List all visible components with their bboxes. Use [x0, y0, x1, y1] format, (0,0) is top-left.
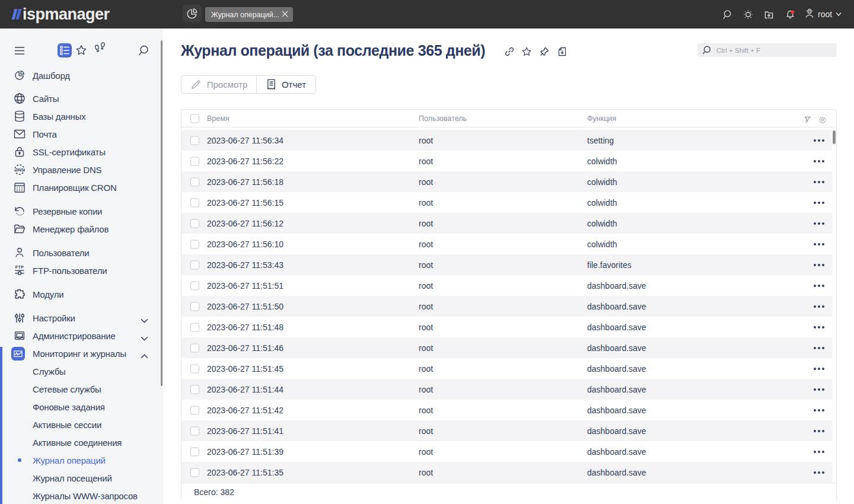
svg-text:DNS: DNS	[15, 168, 24, 172]
svg-text:FTP: FTP	[15, 265, 24, 269]
